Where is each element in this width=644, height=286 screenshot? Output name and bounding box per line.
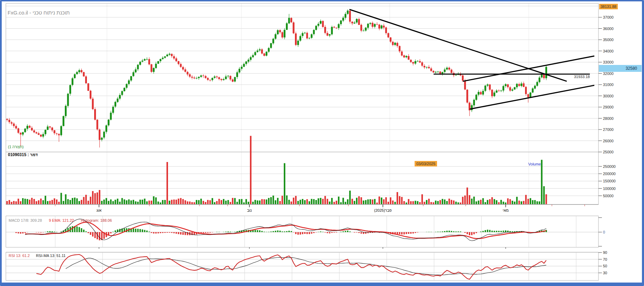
rsi-ma-value-label: RSI-MA 13: 51.11 <box>36 254 66 258</box>
volume-axis-label: 250000 <box>603 164 616 169</box>
volume-panel-label: Volume <box>504 162 541 166</box>
price-axis-label: 37000 <box>603 15 614 19</box>
app-title: FxG.co.il - תוכנת ניתוח טכני <box>8 10 70 16</box>
gridlines <box>6 3 598 280</box>
volume-bars <box>6 136 547 204</box>
month-label: נוב <box>247 208 252 212</box>
rsi-value-label: RSI 13: 61.2 <box>9 254 30 258</box>
fxg-chart-window: 31933.1837000360003500034000330003200031… <box>0 0 644 286</box>
right-axis: 3700036000350003400033000320003100030000… <box>598 15 616 275</box>
price-axis-label: 29000 <box>603 105 614 109</box>
instrument-label: דמר : 01090315 <box>8 152 38 157</box>
panel-borders <box>6 3 598 280</box>
rsi-axis-label: 50 <box>603 264 607 268</box>
candlestick-layer <box>6 9 547 147</box>
rsi-indicator-labels: RSI 13: 61.2RSI-MA 13: 51.11 <box>9 254 66 258</box>
rsi-axis-label: 90 <box>603 250 607 255</box>
macd-signal-line <box>25 222 546 238</box>
descending-resistance[interactable] <box>349 9 567 81</box>
price-axis-label: 30000 <box>603 94 614 98</box>
price-axis-label: 32000 <box>603 72 614 76</box>
rsi-line <box>37 255 546 279</box>
crosshair-date-badge[interactable]: 03/03/2025 <box>415 161 437 166</box>
volume-axis-label: 100000 <box>603 187 616 191</box>
month-label: פבר(2025) <box>374 208 392 212</box>
price-axis-label: 34000 <box>603 49 614 53</box>
price-axis-label: 36000 <box>603 27 614 31</box>
volume-axis-label: 150000 <box>603 179 616 183</box>
configuration-label: (תצורה 1) <box>8 145 24 149</box>
rsi-axis-label: 30 <box>603 271 607 275</box>
rsi-axis-label: 70 <box>603 257 607 261</box>
ema-value-label: 9 EMA: 121.22 <box>49 218 74 222</box>
last-price-badge: 32580 <box>599 65 642 72</box>
price-axis-label: 35000 <box>603 38 614 42</box>
session-high-badge: 38131.88 <box>599 4 618 9</box>
rsi-panel <box>37 255 546 279</box>
price-axis-label: 26000 <box>603 139 614 143</box>
macd-value-label: MACD 17/8: 309.28 <box>9 218 42 222</box>
price-axis-label: 28000 <box>603 116 614 121</box>
volume-axis-label: 200000 <box>603 172 616 176</box>
macd-axis-label: 0 <box>603 230 605 234</box>
x-axis: אוגנובפבר(2025)מאי <box>55 204 585 249</box>
histogram-value-label: Histogram: 188.06 <box>81 218 112 222</box>
horizontal-level-label: 31933.18 <box>574 75 590 79</box>
volume-axis-label: 50000 <box>603 194 614 198</box>
price-axis-label: 25000 <box>603 150 614 154</box>
price-axis-label: 31000 <box>603 83 614 87</box>
price-axis-label: 33000 <box>603 60 614 64</box>
month-label: מאי <box>503 208 508 212</box>
trendline-annotations: 31933.18 <box>349 9 594 109</box>
macd-indicator-labels: MACD 17/8: 309.289 EMA: 121.22Histogram:… <box>9 218 112 222</box>
price-axis-label: 27000 <box>603 127 614 132</box>
chart-canvas[interactable]: 31933.1837000360003500034000330003200031… <box>0 0 644 286</box>
month-label: אוג <box>97 208 102 212</box>
